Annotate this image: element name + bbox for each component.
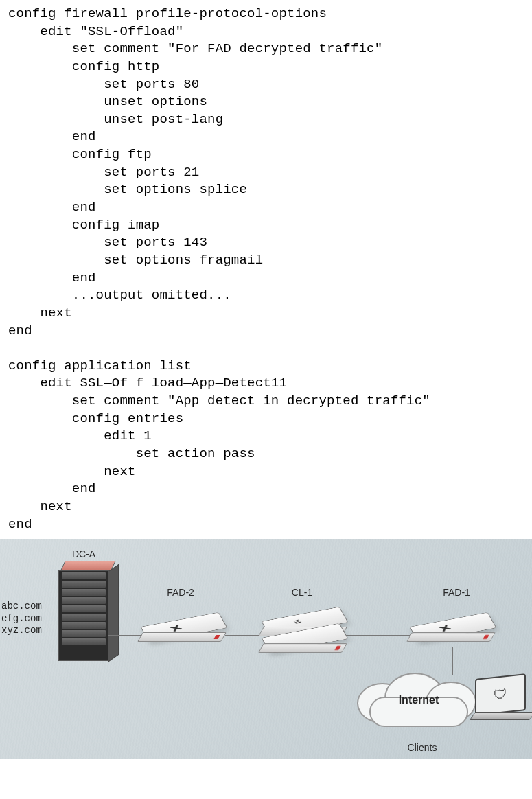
code-line: ...output omitted... (8, 288, 231, 303)
code-line: config ftp (8, 147, 152, 162)
cl-1-device-icon-2 (264, 624, 346, 657)
code-line: end (8, 481, 96, 496)
code-line: set options splice (8, 182, 247, 197)
code-line: set ports 143 (8, 235, 207, 250)
code-line: unset post-lang (8, 112, 223, 127)
dc-a-label: DC-A (63, 548, 104, 559)
internet-label: Internet (357, 694, 481, 706)
code-line: next (8, 464, 136, 479)
code-line: unset options (8, 94, 207, 109)
shield-icon: 🛡 (494, 686, 507, 704)
cl-1-label: CL-1 (281, 587, 323, 598)
fad-1-label: FAD-1 (432, 587, 481, 598)
code-line: set comment "App detect in decrypted tra… (8, 393, 430, 408)
clients-label: Clients (398, 742, 446, 753)
hosted-domains-list: abc.com efg.com xyz.com (1, 601, 42, 637)
code-line: set options fragmail (8, 253, 263, 268)
server-rack-icon (58, 568, 108, 664)
code-line: edit SSL—Of f load—App—Detect11 (8, 375, 287, 391)
code-line: set action pass (8, 446, 255, 461)
fad-1-device-icon: ✕ (412, 613, 494, 646)
code-line: end (8, 517, 32, 532)
internet-cloud-icon: Internet (357, 669, 481, 728)
code-line: config firewall profile-protocol-options (8, 6, 327, 21)
code-line: set comment "For FAD decrypted traffic" (8, 41, 382, 56)
code-line: edit 1 (8, 428, 152, 443)
code-line: config http (8, 59, 159, 74)
code-line: next (8, 305, 72, 321)
code-line: config entries (8, 411, 183, 426)
code-line: config imap (8, 218, 159, 233)
code-line: set ports 80 (8, 77, 199, 92)
code-line: end (8, 129, 96, 144)
network-diagram: DC-A abc.com efg.com xyz.com FAD-2 ✕ CL-… (0, 539, 532, 759)
code-line: end (8, 323, 32, 338)
code-line: config application list (8, 358, 192, 373)
code-line: edit "SSL-Offload" (8, 24, 183, 39)
client-laptop-icon: 🛡 (475, 676, 532, 720)
cli-config-block: config firewall profile-protocol-options… (0, 0, 532, 539)
fad-2-label: FAD-2 (157, 587, 205, 598)
code-line: end (8, 200, 96, 215)
fad-2-device-icon: ✕ (143, 613, 225, 646)
link (345, 635, 412, 636)
code-line: set ports 21 (8, 165, 199, 180)
code-line: end (8, 270, 96, 286)
code-line: next (8, 499, 72, 514)
